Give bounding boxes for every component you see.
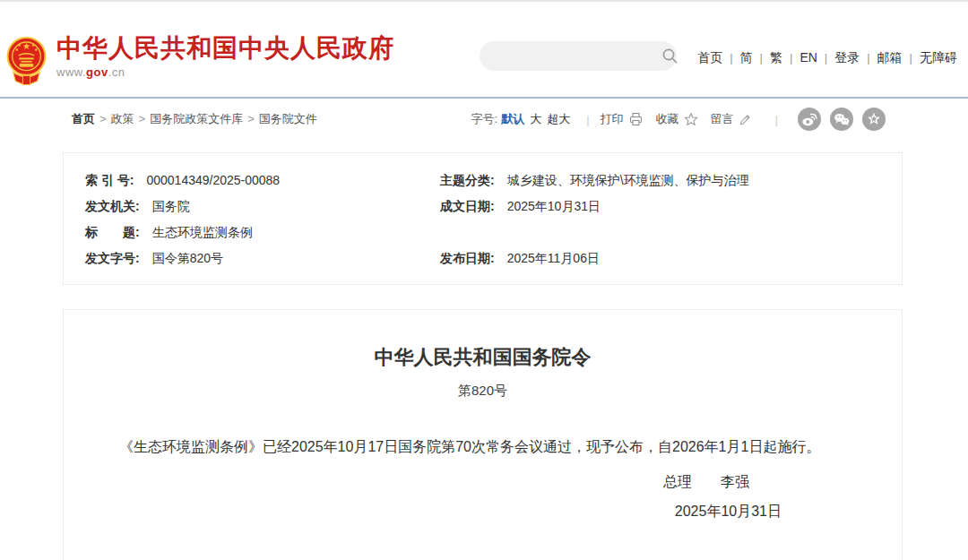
nav-login[interactable]: 登录 (834, 50, 860, 65)
print-button[interactable]: 打印 (601, 111, 644, 127)
decree-paragraph: 《生态环境监测条例》已经2025年10月17日国务院第70次常务会议通过，现予公… (64, 435, 902, 459)
print-label: 打印 (601, 111, 624, 127)
meta-column-right: 主题分类: 城乡建设、环境保护\环境监测、保护与治理 成文日期: 2025年10… (440, 168, 902, 271)
toolbar-divider: | (775, 113, 778, 126)
signature-date: 2025年10月31日 (64, 503, 902, 521)
nav-separator: | (910, 51, 912, 65)
favorite-label: 收藏 (656, 111, 679, 127)
favorite-button[interactable]: 收藏 (656, 111, 698, 127)
svg-text:★: ★ (14, 47, 19, 52)
meta-label: 发布日期: (440, 246, 495, 271)
search-input[interactable] (480, 41, 661, 71)
meta-row-empty (440, 220, 902, 246)
signature-line: 总理 李强 (64, 473, 902, 492)
comment-label: 留言 (711, 111, 734, 127)
decree-title: 中华人民共和国国务院令 (64, 344, 902, 371)
meta-row-publish-date: 发布日期: 2025年11月06日 (440, 246, 902, 271)
meta-label: 主题分类: (440, 168, 495, 194)
site-title: 中华人民共和国中央人民政府 (56, 34, 394, 63)
nav-separator: | (825, 51, 827, 65)
breadcrumb-separator: > (139, 112, 146, 125)
page: ★ ★ ★ ★ ★ 中华人民共和国中央人民政府 www.gov.cn (0, 0, 968, 560)
font-size-xlarge-button[interactable]: 超大 (547, 111, 570, 127)
meta-row-title: 标 题: 生态环境监测条例 (85, 220, 440, 246)
search-button[interactable] (661, 41, 678, 71)
meta-value: 城乡建设、环境保护\环境监测、保护与治理 (507, 168, 749, 194)
meta-column-left: 索 引 号: 000014349/2025-00088 发文机关: 国务院 标 … (85, 168, 440, 271)
meta-label: 发文字号: (85, 246, 140, 271)
breadcrumb-separator: > (99, 112, 107, 125)
nav-separator: | (760, 51, 763, 65)
weibo-share-icon[interactable] (798, 108, 821, 131)
site-url: www.gov.cn (56, 65, 394, 79)
breadcrumb-state-council-docs[interactable]: 国务院文件 (259, 112, 317, 125)
search-box[interactable] (480, 41, 677, 71)
nav-home[interactable]: 首页 (697, 50, 722, 65)
nav-separator: | (867, 51, 869, 65)
breadcrumb-home[interactable]: 首页 (72, 112, 95, 125)
nav-accessibility[interactable]: 无障碍 (920, 50, 957, 65)
toolbar-divider: | (586, 113, 589, 126)
font-size-label: 字号: (471, 111, 498, 127)
meta-value: 国务院 (152, 194, 190, 220)
wechat-share-icon[interactable] (830, 108, 853, 131)
svg-text:★: ★ (22, 41, 30, 51)
comment-button[interactable]: 留言 (711, 111, 752, 127)
breadcrumb-policy-library[interactable]: 国务院政策文件库 (150, 112, 243, 125)
meta-row-issuer: 发文机关: 国务院 (85, 194, 440, 220)
document-content-box: 中华人民共和国国务院令 第820号 《生态环境监测条例》已经2025年10月17… (63, 309, 903, 560)
meta-label: 发文机关: (85, 194, 140, 220)
meta-value: 2025年11月06日 (507, 246, 600, 271)
meta-row-category: 主题分类: 城乡建设、环境保护\环境监测、保护与治理 (440, 168, 902, 194)
favorite-share-icon[interactable] (862, 108, 886, 131)
meta-label: 索 引 号: (85, 168, 134, 194)
top-nav: 首页|简|繁|EN|登录|邮箱|无障碍 (697, 50, 957, 66)
logo-text: 中华人民共和国中央人民政府 www.gov.cn (56, 34, 394, 79)
nav-separator: | (790, 51, 792, 65)
meta-value: 000014349/2025-00088 (146, 168, 280, 194)
meta-value: 生态环境监测条例 (152, 220, 253, 246)
decree-number: 第820号 (64, 383, 902, 400)
svg-text:★: ★ (34, 47, 39, 52)
font-size-default-button[interactable]: 默认 (501, 111, 524, 127)
site-header: ★ ★ ★ ★ ★ 中华人民共和国中央人民政府 www.gov.cn (0, 2, 968, 99)
nav-simplified[interactable]: 简 (740, 50, 753, 65)
url-highlight: gov (86, 65, 108, 79)
site-logo[interactable]: ★ ★ ★ ★ ★ 中华人民共和国中央人民政府 www.gov.cn (5, 34, 394, 90)
search-icon (661, 47, 678, 65)
font-size-large-button[interactable]: 大 (530, 111, 541, 127)
breadcrumb: 首页>政策>国务院政策文件库>国务院文件 (72, 111, 317, 127)
meta-row-written-date: 成文日期: 2025年10月31日 (440, 194, 902, 220)
nav-traditional[interactable]: 繁 (770, 50, 782, 65)
nav-separator: | (730, 51, 732, 65)
meta-value: 国令第820号 (152, 246, 223, 271)
breadcrumb-policy[interactable]: 政策 (111, 112, 134, 125)
meta-label: 标 题: (85, 220, 140, 246)
nav-mail[interactable]: 邮箱 (877, 50, 903, 65)
url-suffix: .cn (108, 65, 125, 79)
star-icon (684, 112, 698, 126)
page-toolbar: 字号: 默认 大 超大 | 打印 收藏 留言 (471, 108, 886, 131)
meta-value: 2025年10月31日 (507, 194, 601, 220)
national-emblem-icon: ★ ★ ★ ★ ★ (5, 34, 48, 90)
meta-row-index: 索 引 号: 000014349/2025-00088 (85, 168, 440, 194)
pencil-icon (739, 113, 752, 126)
breadcrumb-toolbar-row: 首页>政策>国务院政策文件库>国务院文件 字号: 默认 大 超大 | 打印 收藏 (0, 99, 968, 140)
printer-icon (628, 112, 644, 126)
breadcrumb-separator: > (247, 112, 255, 125)
meta-row-doc-number: 发文字号: 国令第820号 (85, 246, 440, 271)
nav-english[interactable]: EN (799, 50, 817, 65)
document-meta-box: 索 引 号: 000014349/2025-00088 发文机关: 国务院 标 … (63, 152, 903, 285)
share-icons (789, 108, 886, 131)
meta-label: 成文日期: (440, 194, 495, 220)
url-prefix: www. (56, 65, 86, 79)
